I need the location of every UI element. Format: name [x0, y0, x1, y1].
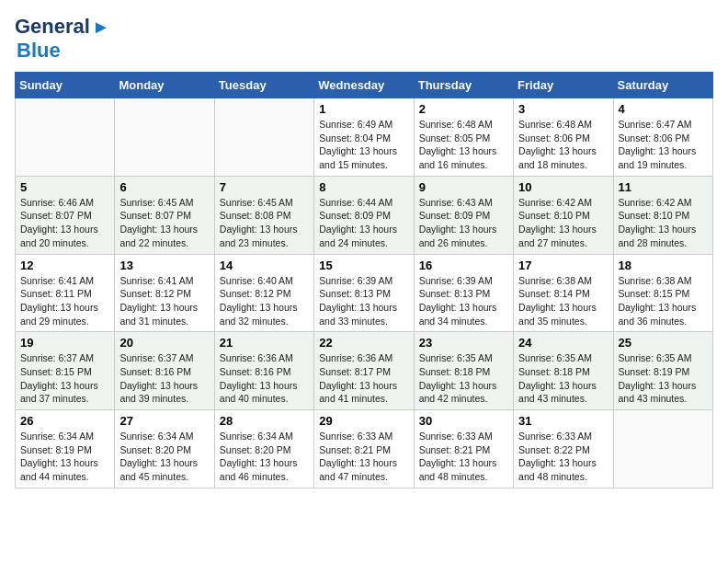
day-cell [613, 410, 712, 488]
day-cell: 24Sunrise: 6:35 AM Sunset: 8:18 PM Dayli… [514, 332, 613, 410]
day-info: Sunrise: 6:41 AM Sunset: 8:11 PM Dayligh… [20, 274, 109, 328]
day-number: 12 [20, 259, 109, 272]
day-cell [16, 98, 115, 177]
day-info: Sunrise: 6:46 AM Sunset: 8:07 PM Dayligh… [20, 196, 109, 250]
day-cell: 31Sunrise: 6:33 AM Sunset: 8:22 PM Dayli… [514, 410, 613, 488]
day-number: 29 [319, 414, 408, 428]
day-info: Sunrise: 6:34 AM Sunset: 8:19 PM Dayligh… [20, 430, 109, 484]
day-info: Sunrise: 6:33 AM Sunset: 8:22 PM Dayligh… [518, 430, 608, 484]
day-info: Sunrise: 6:38 AM Sunset: 8:15 PM Dayligh… [619, 274, 708, 328]
day-number: 8 [319, 180, 408, 194]
day-cell [115, 98, 214, 177]
day-number: 7 [220, 180, 309, 194]
day-number: 16 [419, 259, 508, 272]
day-info: Sunrise: 6:48 AM Sunset: 8:06 PM Dayligh… [518, 118, 608, 172]
week-row-3: 12Sunrise: 6:41 AM Sunset: 8:11 PM Dayli… [16, 254, 713, 332]
weekday-header-tuesday: Tuesday [214, 73, 313, 98]
weekday-header-wednesday: Wednesday [314, 73, 414, 98]
day-cell: 18Sunrise: 6:38 AM Sunset: 8:15 PM Dayli… [613, 254, 712, 332]
day-cell: 4Sunrise: 6:47 AM Sunset: 8:06 PM Daylig… [613, 98, 712, 177]
day-cell: 16Sunrise: 6:39 AM Sunset: 8:13 PM Dayli… [414, 254, 513, 332]
day-info: Sunrise: 6:36 AM Sunset: 8:16 PM Dayligh… [220, 351, 309, 406]
day-number: 25 [619, 336, 708, 350]
day-info: Sunrise: 6:39 AM Sunset: 8:13 PM Dayligh… [319, 274, 408, 328]
day-cell: 27Sunrise: 6:34 AM Sunset: 8:20 PM Dayli… [115, 410, 214, 488]
day-number: 27 [119, 414, 209, 428]
day-number: 28 [220, 414, 309, 428]
day-cell: 26Sunrise: 6:34 AM Sunset: 8:19 PM Dayli… [16, 410, 115, 488]
weekday-header-monday: Monday [115, 73, 214, 98]
day-cell: 6Sunrise: 6:45 AM Sunset: 8:07 PM Daylig… [115, 176, 214, 254]
day-cell [214, 98, 313, 177]
page-header: General ► Blue [15, 15, 713, 63]
day-cell: 21Sunrise: 6:36 AM Sunset: 8:16 PM Dayli… [214, 332, 313, 410]
day-number: 23 [419, 336, 508, 350]
day-cell: 13Sunrise: 6:41 AM Sunset: 8:12 PM Dayli… [115, 254, 214, 332]
day-cell: 8Sunrise: 6:44 AM Sunset: 8:09 PM Daylig… [314, 176, 414, 254]
weekday-header-row: SundayMondayTuesdayWednesdayThursdayFrid… [16, 73, 713, 98]
day-number: 22 [319, 336, 408, 350]
day-cell: 22Sunrise: 6:36 AM Sunset: 8:17 PM Dayli… [314, 332, 414, 410]
day-cell: 9Sunrise: 6:43 AM Sunset: 8:09 PM Daylig… [414, 176, 513, 254]
day-info: Sunrise: 6:45 AM Sunset: 8:07 PM Dayligh… [119, 196, 209, 250]
day-info: Sunrise: 6:37 AM Sunset: 8:16 PM Dayligh… [119, 351, 209, 406]
day-info: Sunrise: 6:39 AM Sunset: 8:13 PM Dayligh… [419, 274, 508, 328]
day-cell: 28Sunrise: 6:34 AM Sunset: 8:20 PM Dayli… [214, 410, 313, 488]
logo-arrow-icon: ► [92, 17, 110, 38]
day-info: Sunrise: 6:34 AM Sunset: 8:20 PM Dayligh… [119, 430, 209, 484]
day-number: 11 [619, 180, 708, 194]
day-cell: 7Sunrise: 6:45 AM Sunset: 8:08 PM Daylig… [214, 176, 313, 254]
day-cell: 15Sunrise: 6:39 AM Sunset: 8:13 PM Dayli… [314, 254, 414, 332]
day-info: Sunrise: 6:41 AM Sunset: 8:12 PM Dayligh… [119, 274, 209, 328]
day-info: Sunrise: 6:33 AM Sunset: 8:21 PM Dayligh… [419, 430, 508, 484]
day-number: 10 [518, 180, 608, 194]
day-cell: 1Sunrise: 6:49 AM Sunset: 8:04 PM Daylig… [314, 98, 414, 177]
day-info: Sunrise: 6:40 AM Sunset: 8:12 PM Dayligh… [220, 274, 309, 328]
logo: General ► Blue [15, 15, 110, 63]
day-cell: 12Sunrise: 6:41 AM Sunset: 8:11 PM Dayli… [16, 254, 115, 332]
day-info: Sunrise: 6:42 AM Sunset: 8:10 PM Dayligh… [518, 196, 608, 250]
day-info: Sunrise: 6:35 AM Sunset: 8:19 PM Dayligh… [619, 351, 708, 406]
week-row-1: 1Sunrise: 6:49 AM Sunset: 8:04 PM Daylig… [16, 98, 713, 177]
day-cell: 17Sunrise: 6:38 AM Sunset: 8:14 PM Dayli… [514, 254, 613, 332]
calendar-table: SundayMondayTuesdayWednesdayThursdayFrid… [15, 72, 713, 488]
day-cell: 23Sunrise: 6:35 AM Sunset: 8:18 PM Dayli… [414, 332, 513, 410]
day-number: 3 [518, 102, 608, 116]
week-row-5: 26Sunrise: 6:34 AM Sunset: 8:19 PM Dayli… [16, 410, 713, 488]
weekday-header-thursday: Thursday [414, 73, 513, 98]
day-number: 14 [220, 259, 309, 272]
day-info: Sunrise: 6:37 AM Sunset: 8:15 PM Dayligh… [20, 351, 109, 406]
day-number: 21 [220, 336, 309, 350]
week-row-4: 19Sunrise: 6:37 AM Sunset: 8:15 PM Dayli… [16, 332, 713, 410]
day-number: 19 [20, 336, 109, 350]
day-info: Sunrise: 6:45 AM Sunset: 8:08 PM Dayligh… [220, 196, 309, 250]
day-number: 15 [319, 259, 408, 272]
day-info: Sunrise: 6:38 AM Sunset: 8:14 PM Dayligh… [518, 274, 608, 328]
day-cell: 2Sunrise: 6:48 AM Sunset: 8:05 PM Daylig… [414, 98, 513, 177]
day-number: 13 [119, 259, 209, 272]
day-cell: 25Sunrise: 6:35 AM Sunset: 8:19 PM Dayli… [613, 332, 712, 410]
week-row-2: 5Sunrise: 6:46 AM Sunset: 8:07 PM Daylig… [16, 176, 713, 254]
weekday-header-friday: Friday [514, 73, 613, 98]
day-cell: 5Sunrise: 6:46 AM Sunset: 8:07 PM Daylig… [16, 176, 115, 254]
day-info: Sunrise: 6:35 AM Sunset: 8:18 PM Dayligh… [419, 351, 508, 406]
day-number: 30 [419, 414, 508, 428]
day-cell: 10Sunrise: 6:42 AM Sunset: 8:10 PM Dayli… [514, 176, 613, 254]
day-info: Sunrise: 6:48 AM Sunset: 8:05 PM Dayligh… [419, 118, 508, 172]
day-info: Sunrise: 6:33 AM Sunset: 8:21 PM Dayligh… [319, 430, 408, 484]
day-cell: 3Sunrise: 6:48 AM Sunset: 8:06 PM Daylig… [514, 98, 613, 177]
day-info: Sunrise: 6:34 AM Sunset: 8:20 PM Dayligh… [220, 430, 309, 484]
day-number: 1 [319, 102, 408, 116]
weekday-header-saturday: Saturday [613, 73, 712, 98]
day-number: 9 [419, 180, 508, 194]
day-number: 24 [518, 336, 608, 350]
day-info: Sunrise: 6:49 AM Sunset: 8:04 PM Dayligh… [319, 118, 408, 172]
day-number: 18 [619, 259, 708, 272]
day-info: Sunrise: 6:44 AM Sunset: 8:09 PM Dayligh… [319, 196, 408, 250]
day-info: Sunrise: 6:35 AM Sunset: 8:18 PM Dayligh… [518, 351, 608, 406]
day-cell: 11Sunrise: 6:42 AM Sunset: 8:10 PM Dayli… [613, 176, 712, 254]
day-cell: 20Sunrise: 6:37 AM Sunset: 8:16 PM Dayli… [115, 332, 214, 410]
day-cell: 19Sunrise: 6:37 AM Sunset: 8:15 PM Dayli… [16, 332, 115, 410]
day-number: 20 [119, 336, 209, 350]
day-number: 31 [518, 414, 608, 428]
